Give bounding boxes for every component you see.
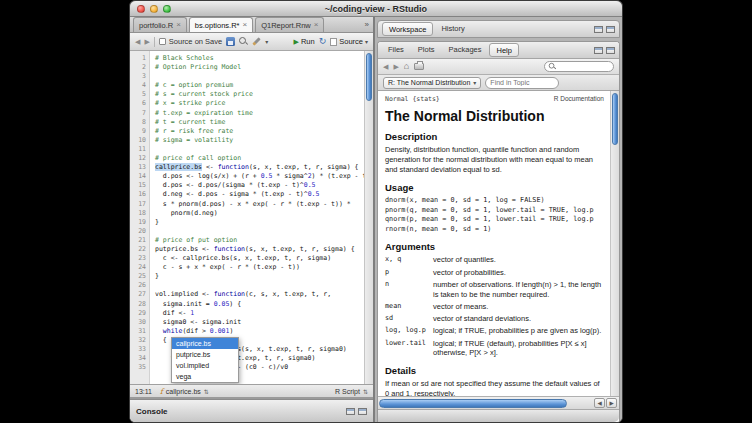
home-icon[interactable]: ⌂ — [404, 62, 409, 71]
source-pane: portfolio.R×bs.options.R*×Q1Report.Rnw× … — [130, 17, 373, 422]
tab-label: portfolio.R — [139, 21, 173, 30]
scope-menu-item[interactable]: vega — [172, 371, 238, 382]
scroll-left-icon[interactable]: ◀ — [594, 398, 605, 408]
forward-icon[interactable]: ▶ — [144, 38, 149, 45]
source-on-save-checkbox[interactable]: Source on Save — [159, 37, 222, 46]
scope-menu-item[interactable]: callprice.bs — [172, 338, 238, 349]
window-bottom-strip — [378, 409, 619, 422]
tab-packages[interactable]: Packages — [443, 43, 488, 57]
console-pane-header[interactable]: Console — [130, 399, 373, 422]
console-pane-icons — [346, 408, 367, 415]
code-line: putprice.bs <- function(s, x, t.exp, t, … — [155, 245, 364, 254]
line-number: 14 — [130, 172, 149, 181]
source-tab-bs-options-r-[interactable]: bs.options.R*× — [189, 17, 253, 32]
close-tab-icon[interactable]: × — [176, 21, 181, 29]
scrollbar-thumb[interactable] — [366, 53, 372, 101]
function-scope-menu[interactable]: f callprice.bs ⇅ — [160, 387, 209, 396]
usage-block: dnorm(x, mean = 0, sd = 1, log = FALSE)p… — [385, 196, 604, 234]
tab-workspace[interactable]: Workspace — [382, 22, 433, 36]
source-button[interactable]: Source ▾ — [330, 37, 368, 46]
document-type-menu[interactable]: R Script ⇅ — [335, 388, 368, 395]
line-number: 10 — [130, 136, 149, 145]
function-scope-popup: callprice.bsputprice.bsvol.impliedvega — [171, 337, 239, 383]
line-number: 8 — [130, 118, 149, 127]
tab-help[interactable]: Help — [489, 43, 518, 57]
code-tools-icon[interactable] — [252, 37, 260, 45]
argument-name: log, log.p — [385, 326, 427, 336]
back-icon[interactable]: ◀ — [135, 38, 140, 45]
code-lines[interactable]: # Black Scholes# Option Pricing Model # … — [151, 51, 364, 384]
rerun-icon[interactable]: ↻ — [319, 37, 327, 46]
minimize-pane-icon[interactable] — [594, 26, 603, 33]
source-tab-q1report-rnw[interactable]: Q1Report.Rnw× — [255, 17, 324, 32]
search-icon — [549, 63, 555, 70]
window-title: ~/coding-view - RStudio — [130, 4, 622, 14]
save-icon[interactable] — [226, 37, 235, 46]
chevron-down-icon[interactable]: ▾ — [265, 39, 268, 45]
editor-vertical-scrollbar[interactable] — [364, 51, 373, 384]
help-back-icon[interactable]: ◀ — [383, 63, 388, 70]
maximize-pane-icon[interactable] — [358, 408, 367, 415]
chevron-down-icon: ▾ — [365, 39, 368, 45]
scroll-right-icon[interactable]: ▶ — [606, 398, 617, 408]
help-topic-dropdown[interactable]: R: The Normal Distribution ▾ — [383, 77, 481, 89]
source-tab-portfolio-r[interactable]: portfolio.R× — [133, 17, 187, 32]
line-number: 4 — [130, 81, 149, 90]
scope-menu-item[interactable]: vol.implied — [172, 360, 238, 371]
tab-plots[interactable]: Plots — [412, 43, 441, 57]
help-vertical-scrollbar[interactable] — [610, 91, 619, 396]
help-horizontal-scrollbar[interactable]: ◀ ▶ — [378, 396, 619, 409]
code-line: # sigma = volatility — [155, 136, 364, 145]
code-line — [155, 281, 364, 290]
argument-desc: logical; if TRUE (default), probabilitie… — [433, 339, 604, 359]
tab-overflow-icon[interactable]: » — [365, 20, 369, 29]
tab-files[interactable]: Files — [382, 43, 410, 57]
line-number: 21 — [130, 236, 149, 245]
code-line: # r = risk free rate — [155, 127, 364, 136]
code-editor[interactable]: 1234567891011121314151617181920212223242… — [130, 51, 373, 384]
scrollbar-thumb[interactable] — [379, 399, 567, 408]
line-number: 35 — [130, 363, 149, 372]
search-icon[interactable] — [239, 37, 248, 46]
find-in-topic-input[interactable] — [490, 79, 554, 86]
maximize-pane-icon[interactable] — [606, 47, 615, 54]
help-forward-icon[interactable]: ▶ — [393, 63, 398, 70]
details-heading: Details — [385, 365, 604, 376]
topic-label: R: The Normal Distribution — [388, 79, 470, 86]
tab-label: bs.options.R* — [195, 21, 240, 30]
argument-name: p — [385, 268, 427, 278]
argument-row: lower.taillogical; if TRUE (default), pr… — [385, 339, 604, 359]
help-search-input[interactable] — [558, 63, 610, 70]
help-toolbar: ◀ ▶ ⌂ — [378, 59, 619, 75]
print-icon[interactable] — [414, 63, 424, 70]
find-in-topic-box[interactable] — [485, 77, 559, 89]
scope-menu-item[interactable]: putprice.bs — [172, 349, 238, 360]
checkbox-icon[interactable] — [159, 38, 166, 45]
maximize-pane-icon[interactable] — [606, 26, 615, 33]
scrollbar-buttons: ◀ ▶ — [594, 398, 617, 408]
minimize-pane-icon[interactable] — [594, 47, 603, 54]
code-line: # Black Scholes — [155, 54, 364, 63]
arguments-table: x, qvector of quantiles.pvector of proba… — [385, 255, 604, 358]
titlebar[interactable]: ~/coding-view - RStudio — [130, 1, 622, 17]
help-search-box[interactable] — [544, 61, 614, 72]
argument-name: n — [385, 280, 427, 300]
line-number: 28 — [130, 300, 149, 309]
line-number: 1 — [130, 54, 149, 63]
code-line: # s = current stock price — [155, 90, 364, 99]
line-number: 26 — [130, 281, 149, 290]
code-line — [155, 227, 364, 236]
source-toolbar: ◀ ▶ Source on Save ▾ ▶ Run ↻ — [130, 33, 373, 51]
line-number: 17 — [130, 200, 149, 209]
scrollbar-thumb[interactable] — [612, 93, 618, 145]
minimize-pane-icon[interactable] — [346, 408, 355, 415]
doc-header: Normal {stats} R Documentation — [385, 95, 604, 103]
line-number: 15 — [130, 181, 149, 190]
run-button[interactable]: ▶ Run — [294, 37, 315, 46]
close-tab-icon[interactable]: × — [314, 21, 319, 29]
tab-history[interactable]: History — [435, 22, 470, 36]
description-heading: Description — [385, 131, 604, 142]
code-line: # c = option premium — [155, 81, 364, 90]
code-line: # price of call option — [155, 154, 364, 163]
close-tab-icon[interactable]: × — [242, 21, 247, 29]
